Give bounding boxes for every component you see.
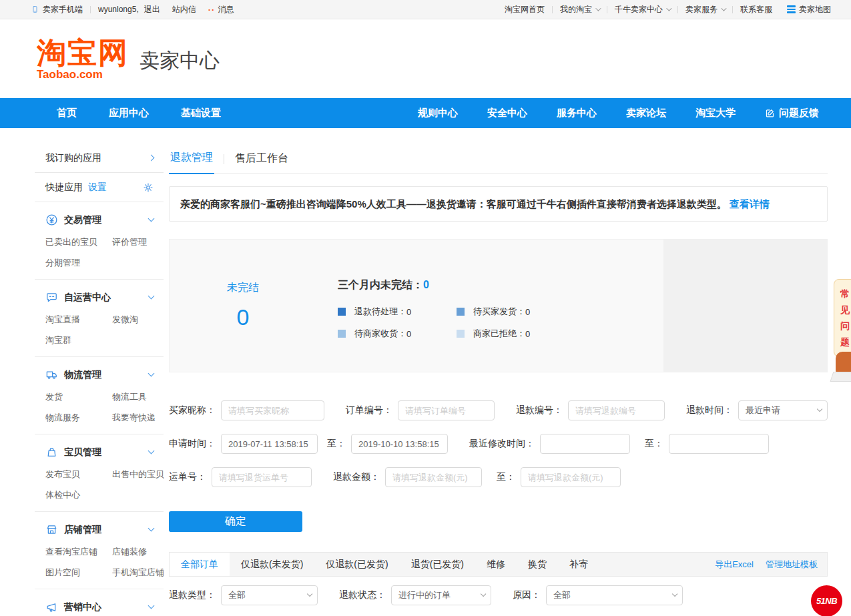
bottom-filters: 退款类型： 全部 退款状态： 进行中的订单 原因： 全部	[169, 585, 828, 605]
logout-link[interactable]: 退出	[144, 4, 160, 15]
modify-time-to-input[interactable]	[669, 434, 769, 454]
section-header-trade[interactable]: 交易管理	[45, 214, 154, 226]
sidebar-subscribed-apps[interactable]: 我订购的应用	[35, 143, 164, 173]
gear-icon[interactable]	[143, 182, 154, 193]
sidebar-section-trade: 交易管理 已卖出的宝贝 评价管理 分期管理	[35, 202, 164, 280]
legend-label: 退款待处理：	[354, 306, 406, 318]
section-header-logistics[interactable]: 物流管理	[45, 368, 154, 381]
sidebar-item-publish-item[interactable]: 发布宝贝	[45, 469, 112, 481]
sidebar-item-logistics-services[interactable]: 物流服务	[45, 412, 112, 424]
refund-time-select[interactable]: 最近申请	[738, 400, 828, 420]
waybill-input[interactable]	[212, 467, 312, 487]
sidebar-item-mobile-shop[interactable]: 手机淘宝店铺	[112, 567, 164, 579]
nav-basic-settings[interactable]: 基础设置	[181, 107, 221, 119]
sidebar-item-health-center[interactable]: 体检中心	[45, 489, 112, 501]
chevron-down-icon	[595, 5, 601, 11]
tab-aftersale-workbench[interactable]: 售后工作台	[234, 151, 290, 174]
amount-from-input[interactable]	[385, 467, 482, 487]
chat-icon	[45, 291, 58, 304]
stats-legend: 退款待处理：0 待买家发货：0 待商家收货：0 商家已拒绝：0	[338, 306, 575, 340]
nav-taobao-university[interactable]: 淘宝大学	[695, 107, 736, 119]
order-tab-exchange[interactable]: 换货	[517, 553, 558, 576]
sidebar-item-ship[interactable]: 发货	[45, 391, 112, 403]
manage-address-template-link[interactable]: 管理地址模板	[766, 559, 818, 571]
faq-float-button[interactable]: 常见问题	[834, 279, 851, 357]
sidebar-item-installment-mgmt[interactable]: 分期管理	[45, 257, 112, 269]
order-tab-return-shipped[interactable]: 退货(已发货)	[400, 553, 475, 576]
unfinished-count[interactable]: 0	[237, 304, 250, 330]
reason-select[interactable]: 全部	[546, 585, 683, 605]
order-no-input[interactable]	[398, 400, 495, 420]
divider	[224, 154, 224, 164]
sidebar-item-taobao-groups[interactable]: 淘宝群	[45, 334, 112, 346]
legend-swatch	[338, 330, 346, 338]
refund-tabs: 退款管理 售后工作台	[169, 143, 828, 174]
seller-services-link[interactable]: 卖家服务	[685, 4, 718, 15]
taobao-home-link[interactable]: 淘宝网首页	[505, 4, 545, 15]
nav-home[interactable]: 首页	[57, 107, 77, 119]
sidebar-item-view-shop[interactable]: 查看淘宝店铺	[45, 546, 112, 558]
messages-link[interactable]: 消息	[218, 4, 234, 15]
section-header-marketing[interactable]: 营销中心	[45, 601, 154, 613]
yen-circle-icon	[45, 214, 58, 226]
taobao-logo[interactable]: 淘宝网 Taobao.com	[37, 38, 129, 80]
sidebar-section-self-operation: 自运营中心 淘宝直播 发微淘 淘宝群	[35, 280, 164, 357]
amount-to-input[interactable]	[521, 467, 621, 487]
sidebar: 我订购的应用 快捷应用 设置 交易管理 已卖出的宝贝 评价管理	[35, 143, 164, 616]
qianniu-link[interactable]: 千牛卖家中心	[615, 4, 663, 15]
sidebar-item-image-space[interactable]: 图片空间	[45, 567, 112, 579]
order-tab-reship[interactable]: 补寄	[558, 553, 599, 576]
modify-time-from-input[interactable]	[540, 434, 630, 454]
sidebar-item-logistics-tools[interactable]: 物流工具	[112, 391, 156, 403]
section-header-shop[interactable]: 店铺管理	[45, 523, 154, 536]
sidebar-item-taobao-live[interactable]: 淘宝直播	[45, 314, 112, 326]
order-tab-all[interactable]: 全部订单	[170, 553, 230, 576]
tab-refund-mgmt[interactable]: 退款管理	[169, 151, 214, 174]
nav-seller-forum[interactable]: 卖家论坛	[626, 107, 666, 119]
nav-service-center[interactable]: 服务中心	[557, 107, 597, 119]
refund-no-input[interactable]	[568, 400, 665, 420]
legend-swatch	[457, 330, 465, 338]
nav-security-center[interactable]: 安全中心	[487, 107, 527, 119]
refund-status-select[interactable]: 进行中的订单	[391, 585, 491, 605]
confirm-button[interactable]: 确定	[169, 511, 302, 532]
legend-value: 0	[406, 329, 411, 339]
section-header-self-operation[interactable]: 自运营中心	[45, 291, 154, 304]
inbox-link[interactable]: 站内信	[172, 4, 196, 15]
section-header-items[interactable]: 宝贝管理	[45, 446, 154, 458]
sidebar-item-send-express[interactable]: 我要寄快递	[112, 412, 156, 424]
order-no-label: 订单编号：	[346, 404, 392, 416]
quick-apps-settings-link[interactable]: 设置	[88, 182, 107, 194]
sidebar-item-sold-items[interactable]: 已卖出的宝贝	[45, 236, 112, 248]
divider	[607, 6, 607, 13]
nav-rules-center[interactable]: 规则中心	[418, 107, 458, 119]
order-tab-repair[interactable]: 维修	[475, 553, 517, 576]
nav-app-center[interactable]: 应用中心	[109, 107, 149, 119]
quick-apps-label: 快捷应用	[45, 182, 83, 194]
legend-swatch	[457, 308, 465, 316]
order-tab-refund-shipped[interactable]: 仅退款(已发货)	[314, 553, 399, 576]
buyer-nick-input[interactable]	[221, 400, 324, 420]
subscribed-apps-label: 我订购的应用	[45, 152, 101, 164]
sidebar-item-shop-decoration[interactable]: 店铺装修	[112, 546, 164, 558]
export-excel-link[interactable]: 导出Excel	[715, 559, 754, 571]
apply-time-to-input[interactable]	[351, 434, 448, 454]
my-taobao-link[interactable]: 我的淘宝	[560, 4, 592, 15]
contact-support-link[interactable]: 联系客服	[740, 4, 772, 15]
sidebar-item-rating-mgmt[interactable]: 评价管理	[112, 236, 154, 248]
chevron-down-icon	[481, 591, 486, 597]
apply-time-from-input[interactable]	[221, 434, 318, 454]
buyer-nick-label: 买家昵称：	[169, 404, 216, 416]
refund-type-select[interactable]: 全部	[221, 585, 318, 605]
notice-detail-link[interactable]: 查看详情	[730, 198, 770, 210]
sidebar-item-items-on-sale[interactable]: 出售中的宝贝	[112, 469, 164, 481]
pencil-square-icon	[765, 108, 775, 118]
sidebar-item-weitao[interactable]: 发微淘	[112, 314, 154, 326]
seller-map-link[interactable]: 卖家地图	[799, 4, 831, 15]
faq-label: 常见问题	[840, 286, 850, 350]
refund-type-value: 全部	[228, 589, 246, 601]
order-tab-refund-unshipped[interactable]: 仅退款(未发货)	[230, 553, 314, 576]
nav-feedback[interactable]: 问题反馈	[765, 107, 819, 119]
seller-mobile-link[interactable]: 卖家手机端	[43, 4, 83, 15]
refund-status-value: 进行中的订单	[398, 589, 451, 601]
